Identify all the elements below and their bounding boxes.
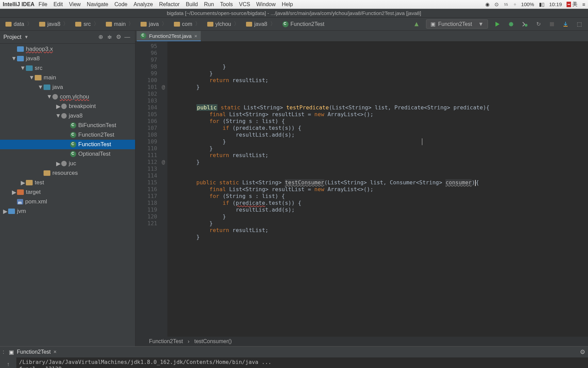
breadcrumb-class-label[interactable]: Function2Test [149,338,183,344]
class-icon [70,141,76,148]
run-config-select[interactable]: ▣ Function2Test ▼ [426,19,488,29]
run-coverage-button[interactable] [519,19,530,29]
bluetooth-icon[interactable]: ⌖ [513,1,516,7]
breadcrumb-item[interactable]: ylchou〉 [204,20,243,28]
tree-node-label: java8 [26,55,40,62]
breadcrumb-item[interactable]: com〉 [170,20,204,28]
hide-icon[interactable]: — [123,34,132,41]
run-tab[interactable]: ▣ Function2Test × [9,349,56,355]
tree-node[interactable]: ▶jvm [0,206,135,216]
disclosure-icon[interactable]: ▶ [20,179,26,186]
editor-breadcrumbs: Function2Test › testConsumer() [135,337,588,346]
marker-gutter[interactable]: @ @ [159,42,167,337]
menu-analyze[interactable]: Analyze [134,1,153,7]
tree-node[interactable]: hadoop3.x [0,44,135,54]
tree-node[interactable]: ▶juc [0,159,135,168]
ime-flag[interactable]: ━美 [567,1,577,7]
disclosure-icon[interactable]: ▶ [55,103,61,110]
tree-node[interactable]: Function2Test [0,130,135,140]
breadcrumb-item[interactable]: src〉 [72,20,102,28]
tree-node[interactable]: BiFunctionTest [0,121,135,130]
tree-node-label: com.ylchou [60,93,89,100]
run-button[interactable] [492,19,503,29]
menu-icon[interactable]: ≡ [582,1,585,7]
menu-code[interactable]: Code [114,1,127,7]
step-up-icon[interactable]: ↑ [4,360,12,368]
breadcrumb-item[interactable]: main〉 [102,20,137,28]
chevron-down-icon[interactable]: ▼ [24,34,29,40]
disclosure-icon[interactable]: ▶ [2,208,8,215]
menu-refactor[interactable]: Refactor [159,1,179,7]
editor-tab[interactable]: Function2Test.java × [137,31,201,41]
tree-node-label: pom.xml [25,198,47,205]
disclosure-icon[interactable]: ▶ [11,189,17,196]
disclosure-icon[interactable]: ▼ [46,93,52,100]
tree-node[interactable]: FunctionTest [0,140,135,149]
class-icon [140,33,146,39]
tree-node[interactable]: ▼java8 [0,111,135,121]
tree-node[interactable]: ▼java8 [0,54,135,63]
disclosure-icon[interactable]: ▶ [55,160,61,167]
tree-node[interactable]: ▶test [0,178,135,187]
chevron-down-icon: ▼ [478,21,484,27]
run-output[interactable]: /Library/Java/JavaVirtualMachines/jdk1.8… [16,357,588,368]
debug-button[interactable] [505,19,517,29]
gear-icon[interactable]: ⚙ [580,348,585,356]
stop-button[interactable] [546,19,558,29]
project-panel-title[interactable]: Project [3,34,21,41]
target-icon [17,189,24,195]
profile-button[interactable]: ↻ [533,19,544,29]
breadcrumb-item[interactable]: java8〉 [243,20,279,28]
disclosure-icon[interactable]: ▼ [37,84,44,91]
tree-node[interactable]: ▶target [0,187,135,197]
tree-node[interactable]: ▼java [0,82,135,92]
editor-content[interactable]: } } return resultList; } public static L… [167,42,588,337]
menu-help[interactable]: Help [282,1,293,7]
tree-node[interactable]: OptionalTest [0,149,135,159]
tree-node[interactable]: ▼com.ylchou [0,92,135,102]
search-everywhere-button[interactable]: ⬚ [573,19,585,29]
select-opened-file-icon[interactable]: ⊕ [96,33,105,41]
editor-tab-label: Function2Test.java [149,33,192,39]
breadcrumb-item[interactable]: java8〉 [36,20,72,28]
menu-view[interactable]: View [69,1,81,7]
close-icon[interactable]: × [194,33,197,39]
menu-tools[interactable]: Tools [220,1,233,7]
menu-window[interactable]: Window [256,1,276,7]
menu-build[interactable]: Build [186,1,198,7]
disclosure-icon[interactable]: ▼ [11,55,17,62]
menu-run[interactable]: Run [204,1,214,7]
recording-icon[interactable]: ⊙ [494,1,499,7]
close-icon[interactable]: × [53,349,56,355]
module-icon [8,209,15,214]
code-editor[interactable]: 9596979899100101102103104105106107108109… [135,42,588,337]
collapse-all-icon[interactable]: ≑ [105,33,114,41]
line-number-gutter[interactable]: 9596979899100101102103104105106107108109… [135,42,159,337]
menu-edit[interactable]: Edit [53,1,63,7]
build-button[interactable] [411,19,422,29]
tree-node[interactable]: ▼main [0,73,135,82]
breadcrumb-method-label[interactable]: testConsumer() [194,338,232,344]
clock: 10:19 [549,1,562,7]
menu-file[interactable]: File [38,1,47,7]
breadcrumb-item[interactable]: java〉 [137,20,170,28]
tree-node[interactable]: resources [0,168,135,178]
update-project-button[interactable] [560,19,571,29]
evernote-icon[interactable]: ◉ [485,1,490,7]
disclosure-icon[interactable]: ▼ [29,74,35,81]
menu-vcs[interactable]: VCS [239,1,250,7]
pkg-icon [61,161,67,166]
menu-navigate[interactable]: Navigate [87,1,108,7]
tree-node-label: target [26,189,40,196]
tree-node[interactable]: ▶breakpoint [0,102,135,111]
gear-icon[interactable]: ⚙ [114,33,123,41]
disclosure-icon[interactable]: ▼ [20,65,26,72]
disclosure-icon[interactable]: ▼ [55,112,61,119]
src-icon [26,65,33,71]
wifi-icon[interactable]: ᯾ [504,1,509,7]
project-tree[interactable]: hadoop3.x▼java8▼src▼main▼java▼com.ylchou… [0,44,135,346]
breadcrumb-item[interactable]: data〉 [2,20,36,28]
tree-node[interactable]: ▼src [0,63,135,73]
breadcrumb-class[interactable]: Function2Test [279,21,328,27]
tree-node[interactable]: pom.xml [0,197,135,206]
